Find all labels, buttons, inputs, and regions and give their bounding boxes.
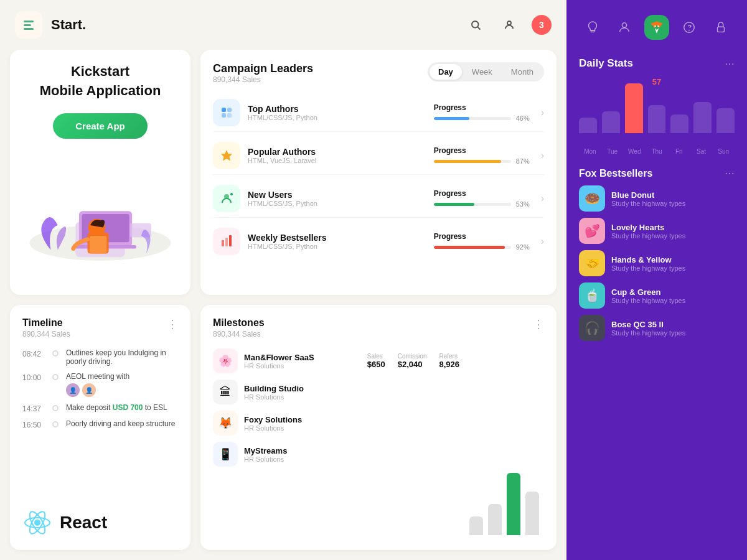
milestones-menu[interactable]: ⋮ [533,317,544,331]
right-panel: Daily Stats ⋯ 57 Mon Tue Wed Thu Fri Sat… [566,0,747,560]
bestseller-img-4: 🍵 [579,282,605,309]
timeline-title: Timeline [22,317,70,329]
progress-pct-4: 92% [516,243,533,251]
svg-rect-22 [229,235,232,246]
timeline-dot-4 [52,421,59,427]
arrow-icon-2[interactable]: › [541,150,544,161]
milestone-sub-3: HR Solutions [244,424,302,432]
tab-week[interactable]: Week [463,64,501,80]
campaign-header: Campaign Leaders 890,344 Sales Day Week … [213,62,544,84]
progress-bar-4 [434,246,511,249]
popular-authors-tech: HTML, VueJS, Laravel [248,157,426,164]
header: Start. 3 [0,0,566,50]
timeline-menu[interactable]: ⋮ [167,317,178,331]
progress-pct-2: 87% [516,157,533,165]
bestseller-item-3: 🤝 Hands & Yellow Study the highway types [579,250,735,276]
search-button[interactable] [464,14,487,36]
progress-bar-1 [434,117,511,120]
campaign-rows: Top Authors HTML/CSS/JS, Python Progress… [213,94,544,260]
timeline-text-2: AEOL meeting with [66,372,129,381]
top-authors-icon [213,99,240,126]
chart-peak-value: 57 [652,77,661,86]
svg-point-30 [654,26,656,27]
fox-menu[interactable]: ⋯ [725,167,735,179]
new-users-icon [213,185,240,212]
milestone-icon-4: 📱 [213,442,238,467]
kickstart-title: KickstartMobile Application [40,62,161,101]
timeline-text-3: Make deposit USD 700 to ESL [66,403,167,412]
milestone-name-1: Man&Flower SaaS [244,353,314,362]
progress-bar-2 [434,160,511,163]
bestseller-name-1: Blue Donut [611,190,685,200]
timeline-dot-3 [52,405,59,411]
bestseller-img-3: 🤝 [579,250,605,276]
chart-bar-thu [648,105,666,133]
timeline-item-4: 16:50 Poorly driving and keep structure [22,419,178,429]
milestones-content: 🌸 Man&Flower SaaS HR Solutions Sales $65… [213,348,544,538]
arrow-icon-4[interactable]: › [541,236,544,247]
arrow-icon-3[interactable]: › [541,193,544,204]
top-authors-tech: HTML/CSS/JS, Python [248,114,426,121]
progress-pct-1: 46% [516,114,533,122]
bestseller-img-2: 💕 [579,218,605,244]
timeline-dot-2 [52,374,59,380]
campaign-row-weekly-bestsellers: Weekly Bestsellers HTML/CSS/JS, Python P… [213,223,544,260]
milestones-card: Milestones 890,344 Sales ⋮ 🌸 Man&Flower … [200,305,557,550]
ms-bar-3 [507,473,520,535]
ms-bar-4 [525,492,539,535]
svg-rect-27 [591,30,594,32]
progress-pct-3: 53% [516,200,533,208]
daily-stats-section: Daily Stats ⋯ 57 Mon Tue Wed Thu Fri Sat… [566,50,747,162]
arrow-icon-1[interactable]: › [541,107,544,118]
timeline-text-1: Outlines keep you Indulging in poorly dr… [66,348,178,366]
create-app-button[interactable]: Create App [53,113,147,139]
milestones-chart [469,348,544,538]
kickstart-illustration [22,154,178,282]
bestseller-sub-1: Study the highway types [611,200,685,207]
campaign-title: Campaign Leaders [213,62,313,75]
panel-icon-lightbulb[interactable] [580,15,605,40]
notification-badge[interactable]: 3 [532,15,552,35]
profile-button[interactable] [498,14,520,36]
chart-day-wed: Wed [623,148,646,155]
timeline-item-2: 10:00 AEOL meeting with 👤 👤 [22,372,178,397]
milestone-name-2: Building Studio [244,384,304,393]
avatar-1: 👤 [66,383,80,397]
campaign-row-top-authors: Top Authors HTML/CSS/JS, Python Progress… [213,94,544,132]
fox-bestsellers-title: Fox Bestsellers [579,168,652,179]
milestones-list: 🌸 Man&Flower SaaS HR Solutions Sales $65… [213,348,459,538]
progress-label-2: Progress [434,146,533,155]
react-banner: React [22,502,178,538]
svg-point-2 [507,21,511,25]
bestseller-img-1: 🍩 [579,185,605,212]
header-left: Start. [15,11,86,39]
tab-day[interactable]: Day [430,64,462,80]
milestone-row-3: 🦊 Foxy Solutions HR Solutions [213,411,459,436]
tab-month[interactable]: Month [502,64,542,80]
campaign-subtitle: 890,344 Sales [213,75,313,84]
svg-point-31 [657,26,659,27]
panel-icon-user[interactable] [612,15,637,40]
milestones-title: Milestones [213,317,265,329]
ms-bar-1 [469,516,483,535]
bestseller-sub-4: Study the highway types [611,297,685,304]
logo-box [15,11,42,39]
panel-icon-lock[interactable] [708,15,733,40]
new-users-tech: HTML/CSS/JS, Python [248,200,426,207]
bestseller-name-2: Lovely Hearts [611,223,685,232]
campaign-row-new-users: New Users HTML/CSS/JS, Python Progress 5… [213,180,544,218]
chart-day-thu: Thu [646,148,668,155]
timeline-time-3: 14:37 [22,404,45,413]
bestseller-item-1: 🍩 Blue Donut Study the highway types [579,185,735,212]
chart-day-mon: Mon [579,148,601,155]
chart-day-fri: Fri [668,148,690,155]
panel-icon-question[interactable] [677,15,702,40]
svg-rect-12 [222,108,226,112]
panel-icon-fox[interactable] [644,15,669,40]
milestone-refers-1: 8,926 [439,360,459,369]
milestone-sales-1: $650 [367,360,385,369]
daily-stats-menu[interactable]: ⋯ [725,58,735,70]
logo-icon [24,21,34,30]
avatar-2: 👤 [82,383,96,397]
timeline-time-1: 08:42 [22,350,45,358]
